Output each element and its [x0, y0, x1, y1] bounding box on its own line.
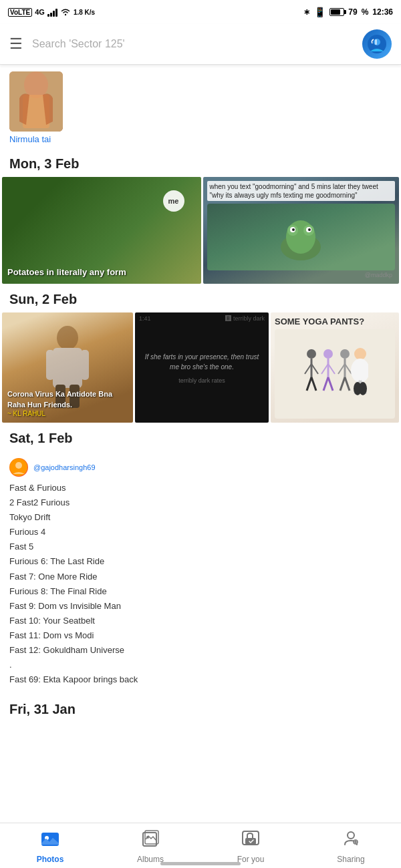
search-input[interactable]: Search 'Sector 125'	[32, 38, 353, 50]
svg-point-14	[308, 228, 311, 231]
nav-photos[interactable]: Photos	[0, 830, 100, 864]
volte-indicator: VoLTE	[8, 8, 32, 17]
svg-rect-53	[245, 838, 256, 845]
svg-point-54	[348, 832, 354, 839]
frog-meme-text: when you text "goodmorning" and 5 mins l…	[207, 181, 396, 201]
svg-point-40	[351, 359, 368, 383]
photo-dark-meme[interactable]: 1:41 🅱 terribly dark If she farts in you…	[135, 312, 269, 423]
photos-icon	[41, 830, 59, 852]
klrahul-sub: ~ KL RAHUL	[7, 410, 128, 417]
dark-meme-text: If she farts in your presence, then trus…	[142, 352, 262, 372]
battery-icon	[329, 8, 344, 16]
svg-point-44	[359, 382, 367, 395]
photo-yoga-meme[interactable]: SOME YOGA PANTS?	[271, 312, 399, 423]
svg-point-13	[292, 228, 295, 231]
nav-albums[interactable]: Albums	[100, 830, 200, 864]
photo-grid-mon: me Potatoes in literally any form when y…	[0, 177, 401, 284]
post-author-name[interactable]: @gajodharsingh69	[33, 463, 96, 471]
dark-meme-logo: 🅱 terribly dark	[225, 315, 265, 322]
bluetooth-icon: ∗	[303, 7, 310, 17]
sharing-label: Sharing	[337, 855, 364, 864]
frog-watermark: @maddkp	[207, 270, 396, 280]
clock: 12:36	[372, 7, 393, 17]
photo-potatoes-meme[interactable]: me Potatoes in literally any form	[2, 177, 201, 284]
status-right: ∗ 📱 79% 12:36	[303, 7, 393, 17]
svg-rect-3	[375, 39, 377, 45]
svg-rect-16	[53, 348, 82, 388]
sharing-icon	[342, 830, 360, 852]
svg-point-51	[146, 836, 149, 839]
photo-grid-sun: Corona Virus Ka Antidote Bna Raha Hun Fr…	[0, 312, 401, 423]
nav-for-you[interactable]: For you	[200, 830, 301, 864]
svg-line-25	[307, 377, 311, 391]
albums-icon	[142, 830, 159, 852]
for-you-label: For you	[237, 855, 265, 864]
klrahul-text: Corona Virus Ka Antidote Bna Raha Hun Fr…	[7, 389, 128, 410]
dark-meme-top: 1:41	[139, 315, 151, 322]
search-bar[interactable]: ☰ Search 'Sector 125'	[0, 24, 401, 65]
svg-line-38	[345, 377, 350, 391]
date-header-sun: Sun, 2 Feb	[0, 284, 401, 312]
svg-rect-17	[46, 350, 54, 380]
yoga-title: SOME YOGA PANTS?	[275, 316, 395, 327]
status-bar: VoLTE 4G 1.8 K/s ∗ 📱 79% 12:36	[0, 0, 401, 24]
battery-percent: 79	[348, 7, 357, 17]
post-author-avatar	[9, 458, 28, 477]
hamburger-icon[interactable]: ☰	[9, 35, 23, 53]
nav-sharing[interactable]: Sharing	[301, 830, 401, 864]
signal-bars	[47, 7, 57, 17]
svg-point-8	[286, 220, 315, 254]
dark-meme-credit: terribly dark rates	[178, 377, 225, 384]
svg-point-15	[57, 326, 78, 350]
network-indicator: 4G	[35, 8, 45, 16]
for-you-icon	[241, 830, 260, 852]
svg-point-39	[354, 348, 366, 360]
svg-line-37	[340, 377, 345, 391]
author-avatar-img	[9, 458, 28, 477]
user-avatar[interactable]	[362, 29, 392, 59]
person-section: Nirmula tai	[0, 65, 401, 148]
wifi-icon	[60, 7, 71, 17]
svg-line-32	[328, 377, 333, 391]
svg-point-0	[65, 14, 66, 15]
battery-fill	[331, 9, 340, 15]
date-header-sat: Sat, 1 Feb	[0, 423, 401, 451]
potatoes-text: Potatoes in literally any form	[7, 267, 126, 278]
svg-rect-18	[81, 350, 89, 380]
yoga-illustration	[301, 341, 368, 407]
photo-frog-meme[interactable]: when you text "goodmorning" and 5 mins l…	[203, 177, 400, 284]
svg-point-21	[307, 349, 316, 359]
post-author-row: @gajodharsingh69	[9, 458, 392, 477]
frog-illustration	[274, 210, 327, 264]
home-indicator	[160, 862, 241, 865]
svg-point-33	[340, 349, 350, 359]
person-image	[9, 71, 63, 132]
bottom-nav: Photos Albums For you	[0, 823, 401, 868]
photos-label: Photos	[37, 855, 64, 864]
speed-indicator: 1.8 K/s	[74, 9, 95, 16]
svg-point-27	[323, 349, 333, 359]
svg-line-31	[323, 377, 328, 391]
phone-icon: 📱	[314, 7, 325, 17]
me-badge: me	[163, 190, 184, 212]
date-header-fri: Fri, 31 Jan	[0, 694, 401, 730]
person-thumbnail[interactable]	[9, 71, 63, 132]
photo-klrahul-meme[interactable]: Corona Virus Ka Antidote Bna Raha Hun Fr…	[2, 312, 133, 423]
albums-label: Albums	[137, 855, 164, 864]
post-content: Fast & Furious 2 Fast2 Furious Tokyo Dri…	[9, 481, 392, 687]
text-post-sat: @gajodharsingh69 Fast & Furious 2 Fast2 …	[0, 451, 401, 694]
svg-line-26	[311, 377, 316, 391]
status-left: VoLTE 4G 1.8 K/s	[8, 7, 95, 17]
person-name[interactable]: Nirmula tai	[9, 134, 51, 144]
svg-point-46	[15, 462, 22, 469]
date-header-mon: Mon, 3 Feb	[0, 148, 401, 177]
